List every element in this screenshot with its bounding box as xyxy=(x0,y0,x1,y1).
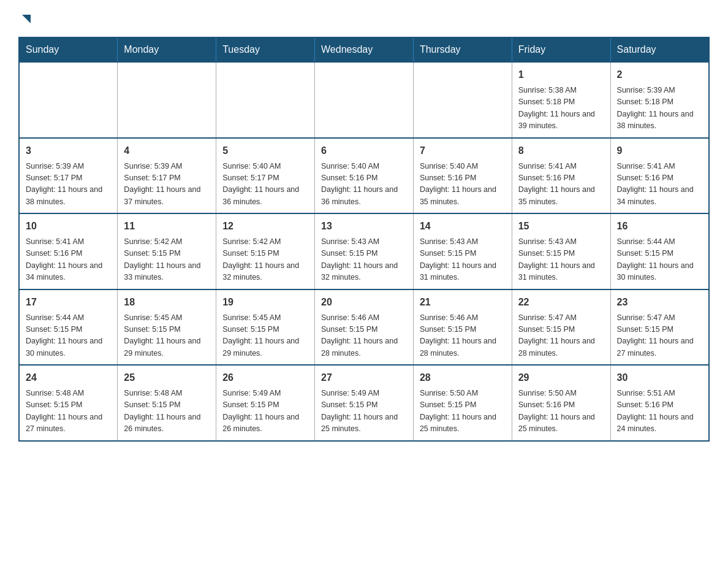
day-info: Sunrise: 5:40 AM Sunset: 5:17 PM Dayligh… xyxy=(222,161,308,209)
day-number: 16 xyxy=(617,219,702,234)
day-number: 5 xyxy=(222,144,308,158)
calendar-cell: 1Sunrise: 5:38 AM Sunset: 5:18 PM Daylig… xyxy=(512,62,610,138)
calendar-cell xyxy=(413,62,512,138)
day-number: 23 xyxy=(617,295,702,310)
day-number: 4 xyxy=(124,144,210,158)
day-info: Sunrise: 5:51 AM Sunset: 5:16 PM Dayligh… xyxy=(617,388,702,435)
day-number: 6 xyxy=(321,144,407,158)
day-info: Sunrise: 5:39 AM Sunset: 5:18 PM Dayligh… xyxy=(617,85,702,132)
calendar-cell: 11Sunrise: 5:42 AM Sunset: 5:15 PM Dayli… xyxy=(118,213,216,289)
calendar-day-header: Wednesday xyxy=(315,37,414,62)
calendar-cell: 12Sunrise: 5:42 AM Sunset: 5:15 PM Dayli… xyxy=(216,213,315,289)
day-info: Sunrise: 5:45 AM Sunset: 5:15 PM Dayligh… xyxy=(222,312,308,360)
calendar-day-header: Thursday xyxy=(413,37,512,62)
calendar-day-header: Monday xyxy=(118,37,216,62)
calendar-cell: 5Sunrise: 5:40 AM Sunset: 5:17 PM Daylig… xyxy=(216,138,315,214)
day-number: 8 xyxy=(518,144,604,158)
calendar-cell: 17Sunrise: 5:44 AM Sunset: 5:15 PM Dayli… xyxy=(19,289,118,366)
day-info: Sunrise: 5:41 AM Sunset: 5:16 PM Dayligh… xyxy=(518,161,604,209)
svg-marker-0 xyxy=(22,15,31,23)
day-number: 12 xyxy=(222,219,308,234)
day-number: 14 xyxy=(420,219,506,234)
day-number: 24 xyxy=(26,370,111,385)
day-info: Sunrise: 5:50 AM Sunset: 5:15 PM Dayligh… xyxy=(420,388,506,435)
calendar-cell: 10Sunrise: 5:41 AM Sunset: 5:16 PM Dayli… xyxy=(19,213,118,289)
calendar-day-header: Tuesday xyxy=(216,37,315,62)
day-number: 17 xyxy=(26,295,111,310)
calendar-cell: 27Sunrise: 5:49 AM Sunset: 5:15 PM Dayli… xyxy=(315,365,414,441)
day-info: Sunrise: 5:41 AM Sunset: 5:16 PM Dayligh… xyxy=(617,161,702,209)
logo xyxy=(18,12,33,25)
day-info: Sunrise: 5:40 AM Sunset: 5:16 PM Dayligh… xyxy=(321,161,407,209)
calendar-cell xyxy=(118,62,216,138)
day-info: Sunrise: 5:47 AM Sunset: 5:15 PM Dayligh… xyxy=(617,312,702,360)
day-number: 29 xyxy=(518,370,604,385)
day-info: Sunrise: 5:49 AM Sunset: 5:15 PM Dayligh… xyxy=(222,388,308,435)
day-number: 25 xyxy=(124,370,210,385)
day-number: 20 xyxy=(321,295,407,310)
calendar-cell: 19Sunrise: 5:45 AM Sunset: 5:15 PM Dayli… xyxy=(216,289,315,366)
day-number: 7 xyxy=(420,144,506,158)
day-number: 28 xyxy=(420,370,506,385)
calendar-cell: 16Sunrise: 5:44 AM Sunset: 5:15 PM Dayli… xyxy=(610,213,709,289)
day-info: Sunrise: 5:46 AM Sunset: 5:15 PM Dayligh… xyxy=(420,312,506,360)
calendar-cell: 14Sunrise: 5:43 AM Sunset: 5:15 PM Dayli… xyxy=(413,213,512,289)
day-number: 21 xyxy=(420,295,506,310)
calendar-table: SundayMondayTuesdayWednesdayThursdayFrid… xyxy=(18,37,710,442)
calendar-cell: 23Sunrise: 5:47 AM Sunset: 5:15 PM Dayli… xyxy=(610,289,709,366)
calendar-cell: 3Sunrise: 5:39 AM Sunset: 5:17 PM Daylig… xyxy=(19,138,118,214)
day-number: 19 xyxy=(222,295,308,310)
day-info: Sunrise: 5:42 AM Sunset: 5:15 PM Dayligh… xyxy=(124,236,210,284)
logo-triangle-icon xyxy=(20,12,33,26)
day-info: Sunrise: 5:48 AM Sunset: 5:15 PM Dayligh… xyxy=(26,388,111,435)
calendar-week-row: 17Sunrise: 5:44 AM Sunset: 5:15 PM Dayli… xyxy=(19,289,709,366)
day-number: 10 xyxy=(26,219,111,234)
day-info: Sunrise: 5:42 AM Sunset: 5:15 PM Dayligh… xyxy=(222,236,308,284)
calendar-header-row: SundayMondayTuesdayWednesdayThursdayFrid… xyxy=(19,37,709,62)
calendar-day-header: Saturday xyxy=(610,37,709,62)
calendar-cell: 22Sunrise: 5:47 AM Sunset: 5:15 PM Dayli… xyxy=(512,289,610,366)
calendar-week-row: 1Sunrise: 5:38 AM Sunset: 5:18 PM Daylig… xyxy=(19,62,709,138)
day-number: 15 xyxy=(518,219,604,234)
day-number: 9 xyxy=(617,144,702,158)
day-info: Sunrise: 5:40 AM Sunset: 5:16 PM Dayligh… xyxy=(420,161,506,209)
calendar-cell: 21Sunrise: 5:46 AM Sunset: 5:15 PM Dayli… xyxy=(413,289,512,366)
day-info: Sunrise: 5:46 AM Sunset: 5:15 PM Dayligh… xyxy=(321,312,407,360)
calendar-cell: 28Sunrise: 5:50 AM Sunset: 5:15 PM Dayli… xyxy=(413,365,512,441)
calendar-day-header: Sunday xyxy=(19,37,118,62)
day-info: Sunrise: 5:43 AM Sunset: 5:15 PM Dayligh… xyxy=(518,236,604,284)
day-number: 13 xyxy=(321,219,407,234)
day-info: Sunrise: 5:44 AM Sunset: 5:15 PM Dayligh… xyxy=(26,312,111,360)
calendar-cell: 26Sunrise: 5:49 AM Sunset: 5:15 PM Dayli… xyxy=(216,365,315,441)
day-info: Sunrise: 5:39 AM Sunset: 5:17 PM Dayligh… xyxy=(124,161,210,209)
day-number: 1 xyxy=(518,67,604,82)
day-number: 26 xyxy=(222,370,308,385)
day-number: 3 xyxy=(26,144,111,158)
calendar-cell: 6Sunrise: 5:40 AM Sunset: 5:16 PM Daylig… xyxy=(315,138,414,214)
day-number: 18 xyxy=(124,295,210,310)
day-info: Sunrise: 5:43 AM Sunset: 5:15 PM Dayligh… xyxy=(420,236,506,284)
day-info: Sunrise: 5:48 AM Sunset: 5:15 PM Dayligh… xyxy=(124,388,210,435)
calendar-week-row: 24Sunrise: 5:48 AM Sunset: 5:15 PM Dayli… xyxy=(19,365,709,441)
page-header xyxy=(18,12,710,25)
calendar-cell: 2Sunrise: 5:39 AM Sunset: 5:18 PM Daylig… xyxy=(610,62,709,138)
calendar-cell: 24Sunrise: 5:48 AM Sunset: 5:15 PM Dayli… xyxy=(19,365,118,441)
day-info: Sunrise: 5:47 AM Sunset: 5:15 PM Dayligh… xyxy=(518,312,604,360)
day-info: Sunrise: 5:50 AM Sunset: 5:16 PM Dayligh… xyxy=(518,388,604,435)
calendar-cell: 7Sunrise: 5:40 AM Sunset: 5:16 PM Daylig… xyxy=(413,138,512,214)
day-info: Sunrise: 5:49 AM Sunset: 5:15 PM Dayligh… xyxy=(321,388,407,435)
day-number: 27 xyxy=(321,370,407,385)
calendar-cell: 25Sunrise: 5:48 AM Sunset: 5:15 PM Dayli… xyxy=(118,365,216,441)
day-info: Sunrise: 5:44 AM Sunset: 5:15 PM Dayligh… xyxy=(617,236,702,284)
calendar-cell: 4Sunrise: 5:39 AM Sunset: 5:17 PM Daylig… xyxy=(118,138,216,214)
day-info: Sunrise: 5:45 AM Sunset: 5:15 PM Dayligh… xyxy=(124,312,210,360)
calendar-cell xyxy=(315,62,414,138)
calendar-day-header: Friday xyxy=(512,37,610,62)
calendar-cell: 18Sunrise: 5:45 AM Sunset: 5:15 PM Dayli… xyxy=(118,289,216,366)
calendar-week-row: 3Sunrise: 5:39 AM Sunset: 5:17 PM Daylig… xyxy=(19,138,709,214)
day-number: 11 xyxy=(124,219,210,234)
calendar-cell: 30Sunrise: 5:51 AM Sunset: 5:16 PM Dayli… xyxy=(610,365,709,441)
calendar-cell xyxy=(19,62,118,138)
calendar-cell: 13Sunrise: 5:43 AM Sunset: 5:15 PM Dayli… xyxy=(315,213,414,289)
day-number: 30 xyxy=(617,370,702,385)
